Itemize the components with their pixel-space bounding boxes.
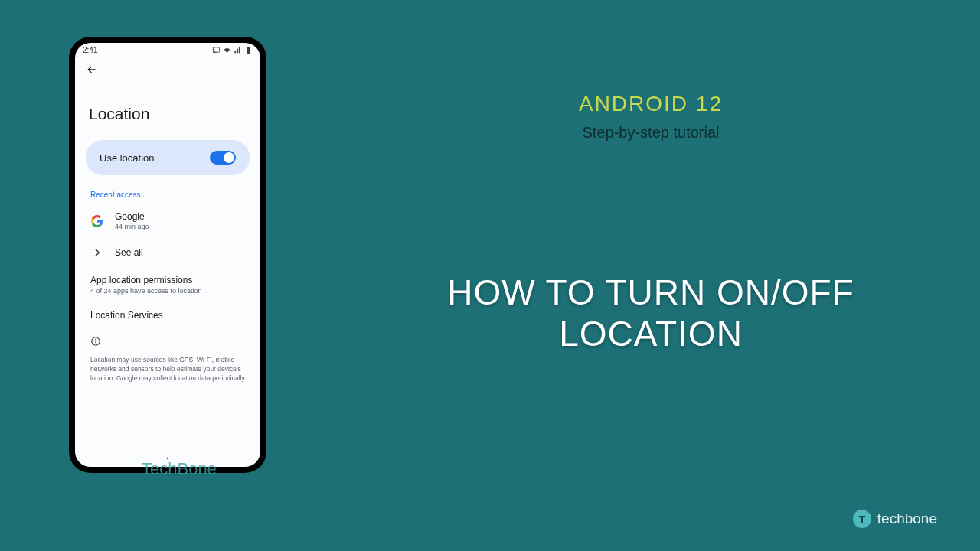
app-permissions-item[interactable]: App location permissions 4 of 24 apps ha… <box>75 267 260 302</box>
status-bar: 2:41 <box>75 43 260 56</box>
see-all-label: See all <box>115 247 143 258</box>
arrow-left-icon <box>86 64 98 76</box>
svg-point-5 <box>96 339 96 340</box>
phone-screen: 2:41 Location Use location Recent access <box>75 43 260 467</box>
google-meta: 44 min ago <box>115 223 149 230</box>
use-location-toggle[interactable]: Use location <box>86 140 250 175</box>
see-all-item[interactable]: See all <box>75 238 260 267</box>
slide-subhead: Step-by-step tutorial <box>390 124 911 142</box>
app-perm-sub: 4 of 24 apps have access to location <box>90 287 245 295</box>
chevron-right-icon <box>90 246 104 259</box>
signal-icon <box>234 46 242 54</box>
status-icons <box>212 46 253 54</box>
brand-logo: T techbone <box>853 510 937 528</box>
phone-frame: 2:41 Location Use location Recent access <box>69 37 266 473</box>
google-name: Google <box>115 211 149 222</box>
cast-icon <box>212 46 220 54</box>
info-text: Location may use sources like GPS, Wi-Fi… <box>75 353 260 383</box>
brand-name: techbone <box>877 510 937 527</box>
watermark-text: TechBone <box>142 459 217 479</box>
back-button[interactable] <box>86 65 98 78</box>
back-row <box>75 56 260 82</box>
battery-icon <box>244 46 253 54</box>
app-perm-title: App location permissions <box>90 275 245 285</box>
recent-access-label: Recent access <box>75 175 260 204</box>
svg-rect-1 <box>247 47 250 54</box>
svg-rect-0 <box>213 47 219 52</box>
brand-badge-icon: T <box>853 510 871 528</box>
recent-item-google[interactable]: Google 44 min ago <box>75 204 260 238</box>
switch-on-icon[interactable] <box>210 151 236 165</box>
toggle-label: Use location <box>100 152 155 164</box>
slide-title: HOW TO TURN ON/OFF LOCATION <box>352 272 949 355</box>
services-title: Location Services <box>90 310 245 321</box>
location-services-item[interactable]: Location Services <box>75 302 260 328</box>
wifi-icon <box>223 46 231 54</box>
info-icon <box>75 328 260 353</box>
page-title: Location <box>75 82 260 140</box>
status-time: 2:41 <box>83 46 97 54</box>
google-icon <box>90 214 104 228</box>
slide-headline: ANDROID 12 <box>390 92 911 116</box>
svg-rect-2 <box>248 47 250 47</box>
